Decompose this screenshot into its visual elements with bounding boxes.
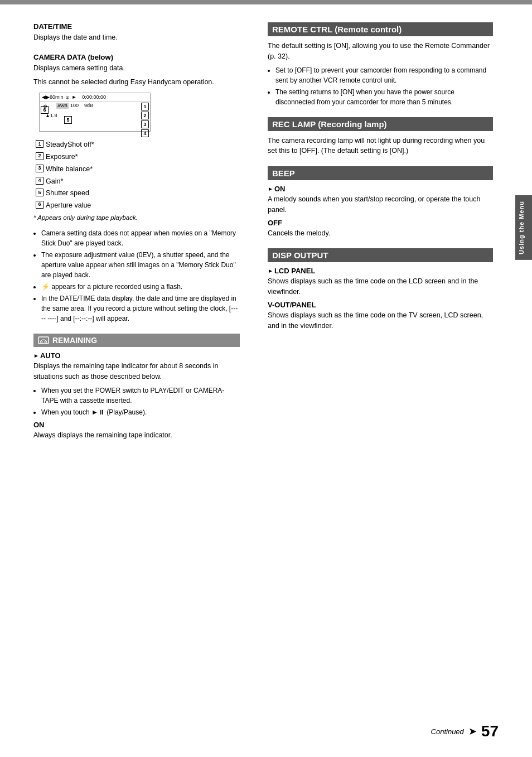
numbered-item-6: 6 Aperture value (36, 200, 240, 211)
continued-text: Continued (431, 727, 464, 736)
item-5-label: Shutter speed (46, 188, 89, 199)
remote-bullet-2: The setting returns to [ON] when you hav… (275, 87, 493, 107)
page-footer: Continued ➤ 57 (431, 722, 499, 740)
item-6-label: Aperture value (46, 200, 91, 211)
page-container: DATE/TIME Displays the date and time. CA… (0, 0, 532, 757)
diagram-num5: 5 (64, 116, 72, 124)
diagram-awb: AWB (56, 103, 69, 108)
num-box-3: 3 (36, 165, 43, 172)
remote-bullet-1: Set to [OFF] to prevent your camcorder f… (275, 65, 493, 85)
disp-output-heading: DISP OUTPUT (268, 248, 493, 262)
disp-output-section: DISP OUTPUT LCD PANEL Shows displays suc… (268, 248, 493, 331)
diagram-gain: 100 (70, 103, 79, 108)
auto-bullet-1: When you set the POWER switch to PLAY/ED… (41, 385, 240, 406)
numbered-item-4: 4 Gain* (36, 176, 240, 187)
diagram-num3: 3 (141, 120, 149, 128)
date-time-description: Displays the date and time. (33, 32, 240, 43)
beep-off-desc: Cancels the melody. (268, 228, 493, 239)
date-time-section: DATE/TIME Displays the date and time. (33, 22, 240, 43)
rec-lamp-section: REC LAMP (Recording lamp) The camera rec… (268, 117, 493, 157)
camera-data-section: CAMERA DATA (below) Displays camera sett… (33, 53, 240, 324)
asterisk-note: * Appears only during tape playback. (33, 213, 240, 223)
numbered-item-1: 1 SteadyShot off* (36, 139, 240, 150)
camera-data-bullets: Camera setting data does not appear when… (33, 228, 240, 324)
remaining-section: REMAINING AUTO Displays the remaining ta… (33, 334, 240, 440)
item-1-label: SteadyShot off* (46, 139, 94, 150)
beep-on-desc: A melody sounds when you start/stop reco… (268, 194, 493, 215)
auto-bullet-2: When you touch ►⏸ (Play/Pause). (41, 407, 240, 417)
num-box-2: 2 (36, 152, 43, 160)
remaining-header: REMAINING (33, 334, 240, 347)
on-label: ON (33, 421, 240, 429)
beep-section: BEEP ON A melody sounds when you start/s… (268, 166, 493, 238)
num-box-6: 6 (36, 201, 43, 209)
on-description: Always displays the remaining tape indic… (33, 430, 240, 441)
diagram-db: 9dB (84, 103, 93, 108)
auto-label: AUTO (33, 351, 240, 360)
beep-on-label: ON (268, 185, 493, 193)
num-box-4: 4 (36, 177, 43, 185)
diagram-body: ⚙ AWB 100 9dB ▲1.8 1 2 3 4 5 6 (40, 102, 150, 125)
camera-diagram: ◀▶60min ≥ ► 0:00:00:00 ⚙ AWB 100 9dB ▲1.… (39, 93, 151, 132)
numbered-item-2: 2 Exposure* (36, 152, 240, 162)
vertical-tab: Using the Menu (515, 195, 532, 260)
beep-off-label: OFF (268, 219, 493, 227)
left-column: DATE/TIME Displays the date and time. CA… (0, 22, 257, 735)
remote-ctrl-section: REMOTE CTRL (Remote control) The default… (268, 22, 493, 107)
cassette-icon (38, 336, 49, 344)
remote-ctrl-bullets: Set to [OFF] to prevent your camcorder f… (268, 65, 493, 107)
date-time-heading: DATE/TIME (33, 22, 240, 31)
vertical-tab-label: Using the Menu (518, 201, 525, 254)
camera-bullet-1: Camera setting data does not appear when… (41, 228, 240, 248)
remote-ctrl-heading: REMOTE CTRL (Remote control) (268, 22, 493, 36)
diagram-top-bar: ◀▶60min ≥ ► 0:00:00:00 (40, 93, 150, 102)
beep-heading: BEEP (268, 166, 493, 180)
remaining-heading-text: REMAINING (52, 336, 97, 345)
diagram-num6: 6 (41, 106, 49, 114)
right-column: REMOTE CTRL (Remote control) The default… (257, 22, 510, 735)
camera-bullet-3: ⚡ appears for a picture recorded using a… (41, 282, 240, 292)
svg-rect-0 (38, 337, 49, 344)
auto-bullets: When you set the POWER switch to PLAY/ED… (33, 385, 240, 417)
camera-data-desc1: Displays camera setting data. (33, 63, 240, 74)
item-4-label: Gain* (46, 176, 63, 187)
page-number: 57 (481, 722, 499, 740)
camera-bullet-2: The exposure adjustment value (0EV), a s… (41, 250, 240, 280)
diagram-num1: 1 (141, 103, 149, 110)
numbered-item-3: 3 White balance* (36, 164, 240, 175)
continued-arrow: ➤ (468, 725, 477, 737)
camera-bullet-4: In the DATE/TIME data display, the date … (41, 293, 240, 324)
item-2-label: Exposure* (46, 152, 78, 162)
diagram-num2: 2 (141, 112, 149, 119)
diagram-tape-info: ◀▶60min ≥ ► 0:00:00:00 (42, 94, 106, 100)
lcd-panel-desc: Shows displays such as the time code on … (268, 276, 493, 297)
rec-lamp-heading: REC LAMP (Recording lamp) (268, 117, 493, 131)
camera-data-numbered-list: 1 SteadyShot off* 2 Exposure* 3 White ba… (33, 139, 240, 211)
rec-lamp-desc: The camera recording lamp will not light… (268, 136, 493, 157)
diagram-num4: 4 (141, 129, 149, 137)
camera-data-desc2: This cannot be selected during Easy Hand… (33, 77, 240, 88)
lcd-panel-label: LCD PANEL (268, 267, 493, 275)
vout-label: V-OUT/PANEL (268, 301, 493, 309)
vout-desc: Shows displays such as the time code on … (268, 310, 493, 331)
auto-description: Displays the remaining tape indicator fo… (33, 361, 240, 382)
numbered-item-5: 5 Shutter speed (36, 188, 240, 199)
num-box-1: 1 (36, 140, 43, 148)
remote-ctrl-desc: The default setting is [ON], allowing yo… (268, 41, 493, 62)
item-3-label: White balance* (46, 164, 93, 175)
camera-data-heading: CAMERA DATA (below) (33, 53, 240, 61)
num-box-5: 5 (36, 189, 43, 196)
